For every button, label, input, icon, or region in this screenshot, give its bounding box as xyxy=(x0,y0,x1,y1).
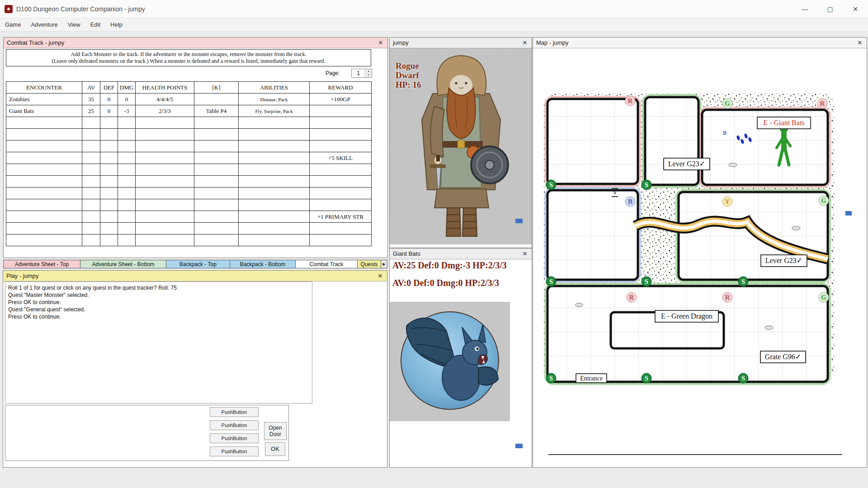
cell-abilities[interactable] xyxy=(239,129,310,141)
cell-dmg[interactable] xyxy=(118,188,136,199)
map-close-icon[interactable]: ✕ xyxy=(856,39,863,46)
map-marker-secret-door[interactable]: S xyxy=(546,373,556,383)
map-marker-rubble[interactable]: R xyxy=(817,99,827,108)
tab-quests[interactable]: Quests xyxy=(358,260,381,268)
tab-adventure-sheet-top[interactable]: Adventure Sheet - Top xyxy=(3,260,80,268)
map-marker-grate[interactable]: G xyxy=(819,196,829,206)
cell-reward[interactable]: +100GP xyxy=(310,94,372,105)
map-marker-secret-door[interactable]: S xyxy=(546,277,556,286)
cell-k[interactable] xyxy=(194,141,239,152)
cell-k[interactable] xyxy=(194,129,239,141)
cell-encounter[interactable] xyxy=(6,235,82,246)
cell-av[interactable] xyxy=(82,176,100,188)
cell-k[interactable] xyxy=(194,94,239,105)
map-marker-secret-door[interactable]: S xyxy=(642,277,651,286)
cell-dmg[interactable] xyxy=(118,199,136,211)
map-marker-grate[interactable]: G xyxy=(819,292,829,302)
map-marker-grate[interactable]: G xyxy=(722,99,732,108)
cell-encounter[interactable]: Giant Bats xyxy=(6,105,82,117)
cell-hp[interactable] xyxy=(136,129,194,141)
map-label-lever-right[interactable]: Lever G23✓ xyxy=(761,255,807,267)
page-spin-up-icon[interactable]: ▲ xyxy=(365,69,372,73)
cell-abilities[interactable] xyxy=(239,117,310,129)
cell-k[interactable] xyxy=(194,199,239,211)
cell-av[interactable]: 25 xyxy=(82,105,100,117)
cell-encounter[interactable] xyxy=(6,176,82,188)
table-row[interactable]: Zombies35004/4/4/5Disease, Pack+100GP xyxy=(6,94,372,105)
cell-av[interactable] xyxy=(82,235,100,246)
push-button-3[interactable]: PushButton xyxy=(210,433,259,443)
cell-reward[interactable]: +1 PRIMARY STR xyxy=(310,211,372,223)
monster-scroll-thumb[interactable] xyxy=(515,444,523,448)
character-close-icon[interactable]: ✕ xyxy=(521,39,528,46)
cell-reward[interactable]: +5 SKILL xyxy=(310,152,372,164)
cell-dmg[interactable] xyxy=(118,141,136,152)
cell-hp[interactable]: 4/4/4/5 xyxy=(136,94,194,105)
map-marker-yellow-door[interactable]: Y xyxy=(722,197,732,206)
cell-abilities[interactable] xyxy=(239,188,310,199)
page-spin-down-icon[interactable]: ▼ xyxy=(365,73,372,77)
tab-combat-track[interactable]: Combat Track xyxy=(296,260,358,268)
cell-reward[interactable] xyxy=(310,141,372,152)
cell-av[interactable] xyxy=(82,211,100,223)
cell-abilities[interactable] xyxy=(239,235,310,246)
cell-dmg[interactable] xyxy=(118,176,136,188)
cell-av[interactable]: 35 xyxy=(82,94,100,105)
table-row[interactable]: +1 PRIMARY STR xyxy=(6,211,372,223)
cell-av[interactable] xyxy=(82,141,100,152)
cell-k[interactable] xyxy=(194,223,239,235)
push-button-1[interactable]: PushButton xyxy=(210,407,259,417)
cell-def[interactable] xyxy=(100,141,118,152)
map-scroll-thumb[interactable] xyxy=(845,211,852,216)
cell-av[interactable] xyxy=(82,152,100,164)
cell-hp[interactable] xyxy=(136,211,194,223)
cell-abilities[interactable] xyxy=(239,141,310,152)
cell-hp[interactable] xyxy=(136,164,194,176)
map-marker-rubble[interactable]: R xyxy=(627,292,637,302)
table-row[interactable] xyxy=(6,176,372,188)
cell-av[interactable] xyxy=(82,164,100,176)
cell-av[interactable] xyxy=(82,117,100,129)
cell-k[interactable] xyxy=(194,235,239,246)
table-row[interactable] xyxy=(6,223,372,235)
cell-abilities[interactable] xyxy=(239,211,310,223)
menu-view[interactable]: View xyxy=(63,18,85,32)
map-label-grate[interactable]: Grate G96✓ xyxy=(760,351,806,363)
table-row[interactable] xyxy=(6,117,372,129)
cell-abilities[interactable] xyxy=(239,223,310,235)
dungeon-map[interactable]: R G R B S S S B Y G S S S R R G S S S xyxy=(543,93,836,387)
maximize-button[interactable]: ▢ xyxy=(817,0,843,18)
combat-track-close-icon[interactable]: ✕ xyxy=(377,39,384,46)
cell-k[interactable]: Table P4 xyxy=(194,105,239,117)
cell-encounter[interactable] xyxy=(6,129,82,141)
cell-reward[interactable] xyxy=(310,188,372,199)
cell-def[interactable] xyxy=(100,176,118,188)
cell-abilities[interactable] xyxy=(239,152,310,164)
page-value[interactable]: 1 xyxy=(352,69,365,77)
cell-def[interactable] xyxy=(100,223,118,235)
cell-encounter[interactable] xyxy=(6,188,82,199)
ok-button[interactable]: OK xyxy=(265,442,285,456)
map-marker-rubble[interactable]: R xyxy=(625,96,635,106)
close-button[interactable]: ✕ xyxy=(843,0,868,18)
cell-k[interactable] xyxy=(194,164,239,176)
tab-backpack-top[interactable]: Backpack - Top xyxy=(166,260,230,268)
open-door-button[interactable]: Open Door xyxy=(264,422,287,440)
cell-def[interactable] xyxy=(100,211,118,223)
table-row[interactable] xyxy=(6,235,372,246)
cell-hp[interactable] xyxy=(136,141,194,152)
tab-backpack-bottom[interactable]: Backpack - Bottom xyxy=(230,260,296,268)
cell-hp[interactable] xyxy=(136,152,194,164)
menu-help[interactable]: Help xyxy=(105,18,127,32)
push-button-2[interactable]: PushButton xyxy=(210,420,259,430)
map-marker-b-small[interactable]: B xyxy=(723,130,726,136)
cell-encounter[interactable] xyxy=(6,223,82,235)
page-spinner[interactable]: 1 ▲ ▼ xyxy=(351,69,372,78)
cell-k[interactable] xyxy=(194,152,239,164)
cell-hp[interactable] xyxy=(136,223,194,235)
menu-edit[interactable]: Edit xyxy=(85,18,105,32)
map-marker-blue-door[interactable]: B xyxy=(625,197,635,206)
table-row[interactable] xyxy=(6,188,372,199)
cell-abilities[interactable] xyxy=(239,199,310,211)
cell-hp[interactable] xyxy=(136,188,194,199)
